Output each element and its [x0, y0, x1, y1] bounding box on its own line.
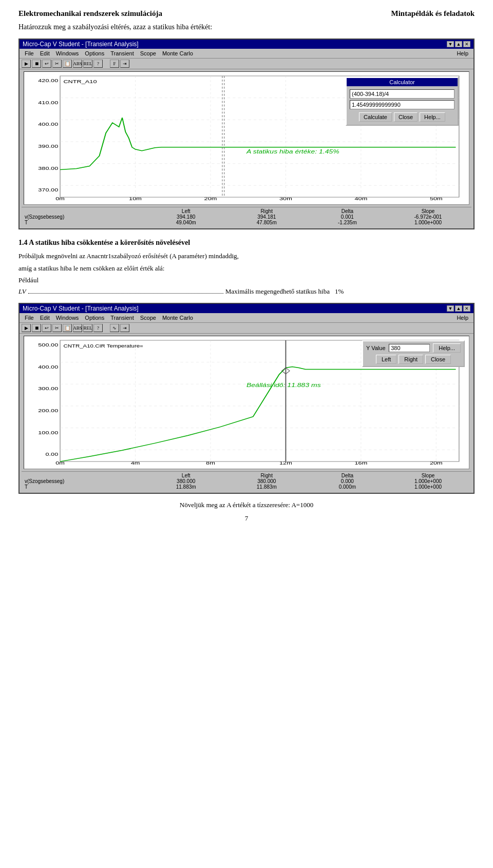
- cursor-dialog: Y Value Help... Left Right Close: [362, 340, 465, 367]
- minimize-btn-1[interactable]: ▼: [447, 41, 454, 47]
- status-hdr-delta: Delta: [307, 208, 388, 214]
- status2-hdr-left: Left: [146, 473, 226, 478]
- tb-btn-4[interactable]: ✂: [52, 60, 62, 68]
- tb-btn-2[interactable]: ⏹: [32, 60, 41, 68]
- status-row1-left-1: 394.180: [146, 214, 226, 220]
- tb2-btn-9[interactable]: ∿: [110, 324, 119, 332]
- tb-btn-10[interactable]: ⇥: [120, 60, 129, 68]
- svg-text:390.00: 390.00: [38, 143, 58, 148]
- cursor-right-btn[interactable]: Right: [399, 355, 423, 364]
- status-row2-left-1: 49.040m: [146, 220, 226, 225]
- close-btn-2[interactable]: ✕: [463, 305, 470, 312]
- menu-file-1[interactable]: File: [22, 50, 37, 57]
- status2-row1: v(Szogsebesseg) 380.000 380.000 0.000 1.…: [25, 478, 468, 484]
- menu-options-2[interactable]: Options: [82, 314, 107, 321]
- svg-text:400.00: 400.00: [38, 363, 58, 369]
- cursor-close-btn[interactable]: Close: [425, 355, 451, 364]
- tb2-btn-1[interactable]: ▶: [22, 324, 31, 332]
- cursor-buttons: Left Right Close: [366, 355, 461, 364]
- section-1-4: 1.4 A statikus hiba csökkentése a körerő…: [18, 239, 475, 296]
- status2-hdr-empty: [25, 473, 146, 478]
- calc-input-field[interactable]: [350, 89, 454, 99]
- menu-file-2[interactable]: File: [22, 314, 37, 321]
- svg-text:0.00: 0.00: [45, 451, 58, 456]
- status2-row2-label: T: [25, 484, 146, 490]
- tb2-btn-8[interactable]: ?: [93, 324, 103, 332]
- tb-btn-1[interactable]: ▶: [22, 60, 31, 68]
- menu-montecarlo-1[interactable]: Monte Carlo: [159, 50, 196, 57]
- section-text-1: Próbáljuk megnövelni az Anacntr1szabályo…: [18, 251, 475, 261]
- menu-help-2[interactable]: Help: [453, 314, 471, 321]
- svg-text:400.00: 400.00: [38, 121, 58, 126]
- tb2-btn-6[interactable]: ABS: [73, 324, 82, 332]
- tb2-btn-3[interactable]: ↩: [42, 324, 51, 332]
- status-hdr-right: Right: [226, 208, 307, 214]
- title-bar-label-2: Micro-Cap V Student - [Transient Analysi…: [23, 305, 139, 312]
- menu-help-1[interactable]: Help: [453, 50, 471, 57]
- cursor-help-btn[interactable]: Help...: [433, 343, 461, 353]
- menu-scope-1[interactable]: Scope: [137, 50, 159, 57]
- calc-body: Calculate Close Help...: [347, 86, 458, 125]
- intro-text: Határozzuk meg a szabályozási eltérés, a…: [18, 23, 475, 31]
- svg-text:50m: 50m: [430, 196, 443, 201]
- menu-montecarlo-2[interactable]: Monte Carlo: [159, 314, 196, 321]
- menu-windows-1[interactable]: Windows: [53, 50, 82, 57]
- status2-row2-slope: 1.000e+000: [388, 484, 468, 490]
- chart-area-1: 420.00 410.00 400.00 390.00 380.00 370.0…: [24, 71, 469, 205]
- section-text-2: amíg a statikus hiba le nem csökken az e…: [18, 263, 475, 274]
- tb2-btn-4[interactable]: ✂: [52, 324, 62, 332]
- svg-text:CNTR_A10.CIR Temperature=: CNTR_A10.CIR Temperature=: [63, 343, 143, 349]
- title-bar-1: Micro-Cap V Student - [Transient Analysi…: [20, 40, 473, 49]
- tb-btn-7[interactable]: REL: [83, 60, 92, 68]
- svg-text:420.00: 420.00: [38, 78, 58, 83]
- menu-scope-2[interactable]: Scope: [137, 314, 159, 321]
- cursor-left-btn[interactable]: Left: [376, 355, 396, 364]
- svg-text:100.00: 100.00: [38, 429, 58, 434]
- tb2-btn-7[interactable]: REL: [83, 324, 92, 332]
- status2-hdr-slope: Slope: [388, 473, 468, 478]
- tb2-btn-2[interactable]: ⏹: [32, 324, 41, 332]
- tb-btn-5[interactable]: 📋: [63, 60, 72, 68]
- svg-text:380.00: 380.00: [38, 165, 58, 170]
- svg-text:410.00: 410.00: [38, 100, 58, 105]
- tb2-btn-10[interactable]: ⇥: [120, 324, 129, 332]
- menu-bar-2: File Edit Windows Options Transient Scop…: [20, 313, 473, 323]
- cursor-y-input[interactable]: [389, 344, 430, 352]
- tb-btn-8[interactable]: ?: [93, 60, 103, 68]
- tb-btn-9[interactable]: F: [110, 60, 119, 68]
- menu-transient-1[interactable]: Transient: [107, 50, 137, 57]
- status2-row2: T 11.883m 11.883m 0.000m 1.000e+000: [25, 484, 468, 490]
- calc-help-btn[interactable]: Help...: [420, 112, 445, 122]
- svg-text:30m: 30m: [279, 196, 292, 201]
- title-bar-2: Micro-Cap V Student - [Transient Analysi…: [20, 304, 473, 313]
- status2-row2-delta: 0.000m: [307, 484, 388, 490]
- menu-windows-2[interactable]: Windows: [53, 314, 82, 321]
- status-headers-1: Left Right Delta Slope: [25, 208, 468, 214]
- calc-title: Calculator: [347, 78, 458, 86]
- status-row2-label-1: T: [25, 220, 146, 225]
- menu-transient-2[interactable]: Transient: [107, 314, 137, 321]
- svg-text:20m: 20m: [204, 196, 217, 201]
- tb-btn-3[interactable]: ↩: [42, 60, 51, 68]
- menu-edit-1[interactable]: Edit: [37, 50, 53, 57]
- tb-btn-6[interactable]: ABS: [73, 60, 82, 68]
- svg-text:4m: 4m: [131, 460, 140, 465]
- maximize-btn-1[interactable]: ▲: [455, 41, 462, 47]
- svg-text:8m: 8m: [206, 460, 215, 465]
- minimize-btn-2[interactable]: ▼: [447, 305, 454, 312]
- svg-text:Beállási idő: 11.883 ms: Beállási idő: 11.883 ms: [246, 382, 321, 388]
- status2-row1-slope: 1.000e+000: [388, 478, 468, 484]
- bottom-text: Növeljük meg az A értékét a tízszeresére…: [18, 501, 475, 509]
- cursor-y-label: Y Value: [366, 345, 386, 351]
- close-btn-1[interactable]: ✕: [463, 41, 470, 47]
- lv-percent: 1%: [335, 287, 344, 296]
- status2-row1-delta: 0.000: [307, 478, 388, 484]
- calc-close-btn[interactable]: Close: [394, 112, 418, 122]
- tb2-btn-5[interactable]: 📋: [63, 324, 72, 332]
- menu-options-1[interactable]: Options: [82, 50, 107, 57]
- status2-hdr-right: Right: [226, 473, 307, 478]
- section-heading: 1.4 A statikus hiba csökkentése a körerő…: [18, 239, 475, 247]
- maximize-btn-2[interactable]: ▲: [455, 305, 462, 312]
- menu-edit-2[interactable]: Edit: [37, 314, 53, 321]
- calc-calculate-btn[interactable]: Calculate: [359, 112, 392, 122]
